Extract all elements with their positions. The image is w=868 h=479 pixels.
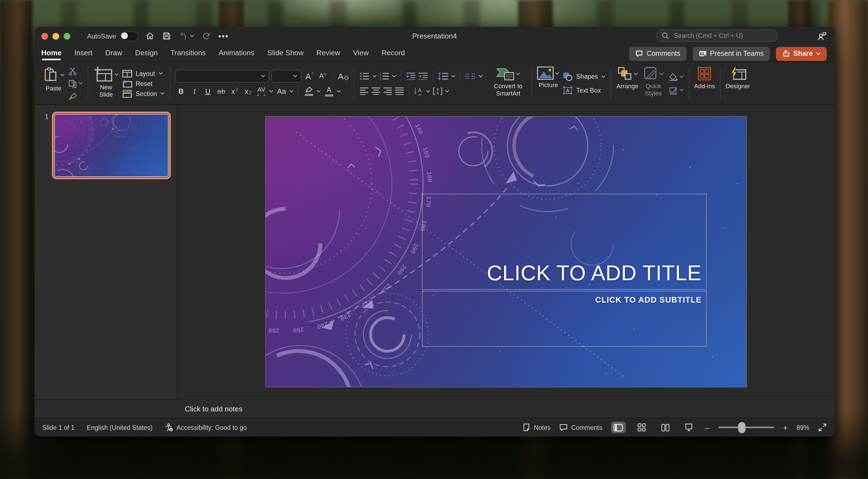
tab-insert[interactable]: Insert (74, 46, 92, 61)
text-highlight-button[interactable] (303, 85, 314, 97)
grow-font-button[interactable]: A^ (304, 70, 315, 82)
share-button[interactable]: Share (776, 47, 827, 61)
justify-icon[interactable] (395, 87, 404, 95)
strikethrough-button[interactable]: ab (216, 85, 227, 97)
zoom-in-button[interactable]: + (783, 423, 787, 431)
zoom-out-button[interactable]: – (705, 423, 710, 431)
tab-review[interactable]: Review (316, 46, 340, 61)
subtitle-placeholder[interactable]: CLICK TO ADD SUBTITLE (422, 291, 707, 347)
autosave-switch[interactable] (120, 31, 138, 41)
accessibility-status[interactable]: Accessibility: Good to go (165, 423, 247, 431)
language-indicator[interactable]: English (United States) (87, 424, 152, 431)
share-presence-icon[interactable] (817, 31, 827, 41)
bullets-icon[interactable] (360, 72, 370, 80)
shape-outline-chevron-icon[interactable] (679, 89, 683, 92)
close-window-button[interactable] (41, 33, 48, 39)
align-text-icon[interactable] (433, 87, 443, 95)
zoom-slider[interactable] (718, 426, 774, 428)
paste-button[interactable]: Paste (42, 62, 65, 104)
tab-animations[interactable]: Animations (219, 46, 254, 61)
slide-canvas[interactable]: 140 150 160 170 180 190 200 210 220 230 … (266, 117, 746, 387)
convert-to-smartart-button[interactable]: Convert to SmartArt (490, 62, 527, 104)
slide-thumbnail[interactable]: 140 150 160 170 180 190 200 210 220 230 … (52, 112, 171, 179)
minimize-window-button[interactable] (53, 33, 59, 39)
align-text-chevron-icon[interactable] (445, 90, 450, 92)
font-color-button[interactable]: A (323, 85, 335, 97)
highlight-chevron-icon[interactable] (317, 90, 321, 93)
clear-formatting-button[interactable]: A (338, 70, 349, 82)
columns-icon[interactable] (465, 72, 476, 80)
tab-slide-show[interactable]: Slide Show (268, 46, 304, 61)
designer-button[interactable]: Designer (726, 62, 750, 104)
quick-styles-button[interactable]: Quick Styles (642, 62, 665, 104)
zoom-window-button[interactable] (64, 33, 70, 39)
add-ins-button[interactable]: Add-ins (694, 62, 715, 104)
shape-fill-icon[interactable] (669, 73, 678, 81)
format-painter-icon[interactable] (68, 92, 78, 100)
save-icon[interactable] (162, 31, 172, 41)
arrange-button[interactable]: Arrange (617, 62, 638, 104)
tab-home[interactable]: Home (41, 46, 61, 61)
font-color-chevron-icon[interactable] (337, 90, 341, 93)
text-direction-icon[interactable]: A (414, 87, 424, 95)
comments-button[interactable]: Comments (629, 47, 687, 61)
increase-indent-icon[interactable] (418, 72, 428, 80)
line-spacing-chevron-icon[interactable] (451, 74, 456, 77)
search-box[interactable] (656, 30, 777, 42)
normal-view-button[interactable] (611, 421, 626, 433)
columns-chevron-icon[interactable] (479, 74, 483, 77)
undo-icon[interactable] (179, 31, 188, 41)
shape-outline-icon[interactable] (669, 86, 678, 94)
new-slide-button[interactable]: New Slide (93, 62, 119, 104)
layout-button[interactable]: Layout (122, 69, 165, 77)
font-size-combo[interactable] (272, 69, 302, 82)
align-left-icon[interactable] (360, 87, 369, 95)
tab-view[interactable]: View (353, 46, 369, 61)
superscript-button[interactable]: x2 (229, 85, 240, 97)
slide-show-button[interactable] (682, 421, 696, 433)
underline-button[interactable]: U (203, 85, 214, 97)
slide-sorter-view-button[interactable] (635, 421, 649, 433)
present-in-teams-button[interactable]: Present in Teams (693, 47, 770, 61)
copy-icon[interactable] (68, 79, 77, 88)
reading-view-button[interactable] (658, 421, 673, 433)
picture-button[interactable]: Picture (537, 62, 560, 104)
notes-toggle-button[interactable]: Notes (523, 423, 551, 431)
shapes-button[interactable]: Shapes (563, 72, 606, 81)
redo-icon[interactable] (202, 31, 211, 41)
character-spacing-chevron-icon[interactable] (269, 90, 274, 93)
tab-record[interactable]: Record (381, 46, 405, 61)
comments-toggle-button[interactable]: Comments (560, 423, 602, 431)
text-direction-chevron-icon[interactable] (426, 90, 431, 92)
change-case-chevron-icon[interactable] (289, 90, 294, 93)
shape-fill-chevron-icon[interactable] (679, 76, 683, 78)
more-commands-icon[interactable]: ••• (218, 33, 229, 39)
tab-transitions[interactable]: Transitions (170, 46, 206, 61)
decrease-indent-icon[interactable] (406, 72, 416, 80)
notes-pane[interactable]: Click to add notes (35, 399, 835, 418)
character-spacing-button[interactable]: AV (256, 85, 267, 97)
search-input[interactable] (673, 32, 772, 40)
font-name-combo[interactable] (176, 69, 269, 82)
align-right-icon[interactable] (383, 87, 393, 95)
slide-thumbnail-content[interactable]: 140 150 160 170 180 190 200 210 220 230 … (55, 115, 168, 177)
title-placeholder[interactable]: CLICK TO ADD TITLE (422, 194, 707, 290)
fullscreen-icon[interactable] (818, 423, 827, 431)
align-center-icon[interactable] (371, 87, 381, 95)
numbering-chevron-icon[interactable] (392, 74, 397, 77)
zoom-slider-knob[interactable] (738, 422, 745, 433)
text-box-button[interactable]: A Text Box (563, 86, 606, 95)
tab-design[interactable]: Design (135, 46, 158, 61)
subscript-button[interactable]: x2 (243, 85, 254, 97)
zoom-level[interactable]: 89% (797, 424, 809, 431)
autosave-toggle[interactable]: AutoSave (87, 31, 138, 41)
bullets-chevron-icon[interactable] (373, 74, 377, 77)
copy-chevron-icon[interactable] (78, 82, 83, 85)
numbering-icon[interactable]: 1 2 3 (379, 72, 390, 80)
home-icon[interactable] (145, 31, 155, 41)
section-button[interactable]: Section (122, 90, 165, 97)
italic-button[interactable]: I (189, 85, 200, 97)
cut-icon[interactable] (68, 67, 78, 75)
reset-button[interactable]: Reset (122, 80, 165, 87)
shrink-font-button[interactable]: Av (317, 70, 329, 82)
